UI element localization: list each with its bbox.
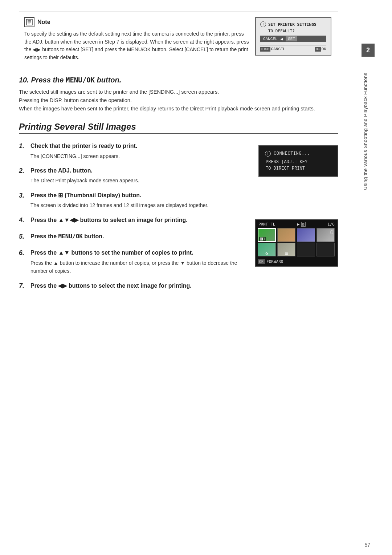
side-tab-number: 2 (362, 44, 375, 57)
steps-col-left: 1. Check that the printer is ready to pr… (19, 142, 250, 216)
step-10-desc1: The selected still images are sent to th… (19, 88, 338, 96)
note-icon (24, 17, 34, 27)
step-10-body: The selected still images are sent to th… (19, 88, 338, 113)
note-header: Note (24, 17, 249, 27)
step-10-prefix: Press the (31, 76, 66, 84)
thumb-icon: ⊞ (301, 222, 306, 227)
arrow-symbol: ◀ (281, 37, 283, 41)
connecting-screen: ! CONNECTING... PRESS [ADJ.] KEY TO DIRE… (258, 145, 338, 177)
thumb-flower: ✿ (265, 252, 268, 255)
step-2: 2. Press the ADJ. button. The Direct Pri… (19, 167, 250, 185)
note-title: Note (37, 19, 50, 25)
step-4: 4. Press the ▲▼◀▶ buttons to select an i… (19, 216, 246, 226)
thumb-top-right: 1/6 (327, 222, 335, 227)
thumbnail-screen: PRNT FL ▶ ⊞ 1/6 1 (255, 219, 338, 267)
main-content: Note To specify the setting as the defau… (0, 0, 356, 555)
step-5-number: 5. (19, 232, 29, 241)
page-number: 57 (364, 542, 370, 548)
step-3-number: 3. (19, 191, 29, 200)
note-content: Note To specify the setting as the defau… (24, 17, 249, 62)
page-wrapper: Note To specify the setting as the defau… (0, 0, 392, 555)
detected-text: buttons to select the (69, 283, 125, 289)
thumb-forward-label: FORWARD (266, 259, 283, 264)
step-1-desc: The [CONNECTING...] screen appears. (30, 152, 250, 160)
step-1: 1. Check that the printer is ready to pr… (19, 142, 250, 160)
bottom-cancel: DISPCANCEL (260, 47, 285, 51)
step-10-title: 10. Press the MENU/OK button. (19, 76, 338, 84)
thumb-cell-2 (277, 228, 295, 242)
screen-line1: ! SET PRINTER SETTINGS (260, 21, 326, 27)
connecting-icon: ! (265, 151, 271, 157)
thumb-cell-1: 1 (258, 228, 276, 242)
step-1-number: 1. (19, 142, 29, 150)
section-heading: Printing Several Still Images (19, 122, 338, 134)
step-2-content: Press the ADJ. button. The Direct Print … (30, 167, 250, 185)
thumb-bottom-bar: OK FORWARD (258, 258, 335, 264)
side-tab-text: Using the Various Shooting and Playback … (363, 73, 368, 190)
steps-1-3-area: 1. Check that the printer is ready to pr… (19, 142, 338, 216)
thumb-grid: 1 Ω ✿ ▦ (258, 228, 335, 256)
steps-4-7-area: 4. Press the ▲▼◀▶ buttons to select an i… (19, 216, 338, 298)
connecting-line1: CONNECTING... (274, 151, 310, 156)
screen-cancel-row: CANCEL ◀ SET (260, 36, 326, 42)
step-1-content: Check that the printer is ready to print… (30, 142, 250, 160)
thumb-cell-4: Ω (317, 228, 335, 242)
thumb-top-bar: PRNT FL ▶ ⊞ 1/6 (258, 222, 335, 227)
step-2-title: Press the ADJ. button. (30, 167, 250, 175)
step-3-desc: The screen is divided into 12 frames and… (30, 201, 250, 209)
step-6-number: 6. (19, 249, 29, 257)
step-6-desc: Press the ▲ button to increase the numbe… (30, 259, 246, 275)
step-4-content: Press the ▲▼◀▶ buttons to select an imag… (30, 216, 246, 226)
step-10: 10. Press the MENU/OK button. The select… (19, 76, 338, 113)
connecting-line3: TO DIRECT PRINT (265, 166, 332, 171)
step-6-content: Press the ▲▼ buttons to set the number o… (30, 249, 246, 275)
step-4-title: Press the ▲▼◀▶ buttons to select an imag… (30, 216, 246, 224)
thumb-cell-8 (317, 243, 335, 256)
step-10-number: 10. (19, 76, 29, 84)
cancel-label: CANCEL (263, 37, 278, 41)
thumb-omega: Ω (330, 229, 334, 235)
step-10-desc3: When the images have been sent to the pr… (19, 105, 338, 113)
step-10-key: MENU/OK (66, 76, 95, 84)
step-3: 3. Press the ⊞ (Thumbnail Display) butto… (19, 191, 250, 210)
thumb-top-left: PRNT FL (258, 222, 275, 227)
printer-settings-screen: ! SET PRINTER SETTINGS TO DEFAULT? CANCE… (255, 17, 331, 56)
thumb-cell-3 (297, 228, 315, 242)
thumb-cell-5: ✿ (258, 243, 276, 256)
thumb-num-1: 1 (259, 237, 266, 241)
step-2-desc: The Direct Print playback mode screen ap… (30, 177, 250, 185)
screen-bottom-bar: DISPCANCEL OKOK (260, 45, 326, 51)
screen-text-line1: SET PRINTER SETTINGS (268, 22, 316, 27)
connecting-icon-row: ! CONNECTING... (265, 151, 332, 157)
side-tab: 2 Using the Various Shooting and Playbac… (356, 0, 375, 555)
step-2-number: 2. (19, 167, 29, 175)
step-6-title: Press the ▲▼ buttons to set the number o… (30, 249, 246, 257)
step-6: 6. Press the ▲▼ buttons to set the numbe… (19, 249, 246, 275)
step-3-content: Press the ⊞ (Thumbnail Display) button. … (30, 191, 250, 210)
thumb-top-mid: ▶ ⊞ (297, 222, 306, 227)
step-3-title: Press the ⊞ (Thumbnail Display) button. (30, 191, 250, 199)
set-button: SET (286, 36, 297, 41)
steps-col-right: 4. Press the ▲▼◀▶ buttons to select an i… (19, 216, 246, 298)
thumb-cell-7 (297, 243, 315, 256)
thumb-building: ▦ (285, 252, 288, 255)
ok-badge: OK (258, 259, 265, 264)
step-7-title: Press the ◀▶ buttons to select the next … (30, 282, 246, 290)
bottom-ok: OKOK (315, 47, 326, 51)
step-7-number: 7. (19, 282, 29, 290)
step-5-content: Press the MENU/OK button. (30, 232, 246, 242)
connecting-screen-col: ! CONNECTING... PRESS [ADJ.] KEY TO DIRE… (258, 142, 338, 216)
note-box: Note To specify the setting as the defau… (19, 12, 338, 67)
thumb-cell-6: ▦ (277, 243, 295, 256)
note-text: To specify the setting as the default se… (24, 30, 249, 62)
step-5: 5. Press the MENU/OK button. (19, 232, 246, 242)
step-7-content: Press the ◀▶ buttons to select the next … (30, 282, 246, 292)
step-4-number: 4. (19, 216, 29, 224)
info-icon: ! (260, 21, 266, 27)
step-7: 7. Press the ◀▶ buttons to select the ne… (19, 282, 246, 292)
thumbnail-screen-col: PRNT FL ▶ ⊞ 1/6 1 (255, 216, 338, 298)
connecting-line2: PRESS [ADJ.] KEY (265, 159, 332, 165)
step-10-desc2: Pressing the DISP. button cancels the op… (19, 96, 338, 105)
step-1-title: Check that the printer is ready to print… (30, 142, 250, 150)
note-screen: ! SET PRINTER SETTINGS TO DEFAULT? CANCE… (255, 17, 331, 56)
